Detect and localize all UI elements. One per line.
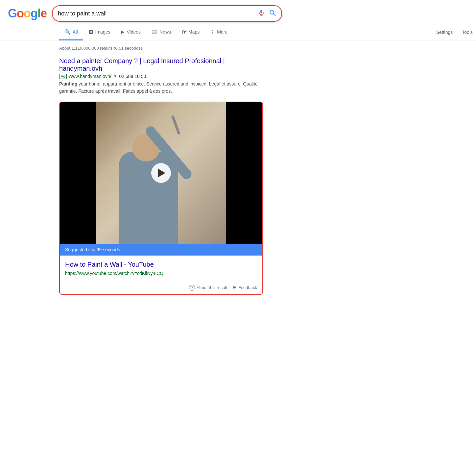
feedback-label: Feedback [238,285,257,290]
play-icon [158,169,165,177]
tab-videos[interactable]: ▶ Videos [115,24,146,40]
tab-images[interactable]: 🖼 Images [83,25,116,40]
google-logo: Google [8,7,47,20]
search-bar [52,5,282,22]
video-thumbnail [60,102,262,244]
videos-icon: ▶ [121,29,125,35]
tab-images-label: Images [95,29,110,35]
ad-url-row: Ad www.handyman.ovh/ ▼ 02 588 10 50 [59,74,263,79]
flag-icon: ⚑ [232,285,237,290]
tab-more[interactable]: ⋮ More [205,24,233,40]
video-url: https://www.youtube.com/watch?v=cdKilNy4… [65,271,163,276]
settings-link[interactable]: Settings [433,25,456,39]
svg-rect-0 [260,10,262,13]
ad-arrow: ▼ [113,74,117,79]
tab-maps[interactable]: 🗺 Maps [176,25,205,40]
tab-more-label: More [217,29,227,35]
search-button-icon[interactable] [269,9,276,18]
video-black-bar-left [60,102,96,244]
about-this-result[interactable]: ? About this result [189,285,227,291]
svg-line-4 [274,14,275,16]
nav-settings: Settings Tools [433,25,476,39]
ad-badge: Ad [59,74,67,79]
play-button[interactable] [151,163,171,183]
feedback-link[interactable]: ⚑ Feedback [232,285,257,290]
ad-phone: 02 588 10 50 [119,74,146,79]
tab-news[interactable]: 📰 News [146,24,176,40]
tab-maps-label: Maps [188,29,200,35]
all-icon: 🔍 [64,29,71,35]
video-black-bar-right [226,102,262,244]
microphone-icon[interactable] [258,9,265,18]
video-info: How to Paint a Wall - YouTube https://ww… [60,256,262,282]
images-icon: 🖼 [88,29,93,35]
ad-description-bold: Painting [59,81,77,86]
tab-all-label: All [73,29,78,35]
nav-tabs: 🔍 All 🖼 Images ▶ Videos 📰 News 🗺 Maps ⋮ … [0,24,476,40]
results-wrapper: About 1.110.000.000 results (0,51 second… [0,40,322,300]
tab-all[interactable]: 🔍 All [59,24,83,40]
video-card: Suggested clip 99 seconds How to Paint a… [59,102,263,295]
paint-roller [171,115,180,135]
about-label: About this result [197,285,227,290]
maps-icon: 🗺 [181,29,186,35]
result-stats: About 1.110.000.000 results (0,51 second… [59,46,263,51]
search-icons [258,9,276,18]
ad-description-rest: your home, appartment or office. Service… [59,81,258,94]
tab-news-label: News [159,29,171,35]
question-icon: ? [189,285,195,291]
ad-result: Need a painter Company ? | Legal Insured… [59,57,263,95]
ad-url: www.handyman.ovh/ [69,74,111,79]
search-input[interactable] [58,10,255,17]
ad-description: Painting your home, appartment or office… [59,80,263,95]
person-body [112,122,185,244]
header: Google [0,0,476,22]
ad-title[interactable]: Need a painter Company ? | Legal Insured… [59,57,263,72]
video-title-link[interactable]: How to Paint a Wall - YouTube [65,261,257,268]
person-jacket [119,152,178,244]
search-bar-wrapper [52,5,282,22]
tab-videos-label: Videos [127,29,141,35]
suggested-clip-bar: Suggested clip 99 seconds [60,244,262,256]
more-icon: ⋮ [210,29,215,35]
news-icon: 📰 [151,29,157,35]
tools-link[interactable]: Tools [459,25,476,39]
video-footer: ? About this result ⚑ Feedback [60,282,262,294]
